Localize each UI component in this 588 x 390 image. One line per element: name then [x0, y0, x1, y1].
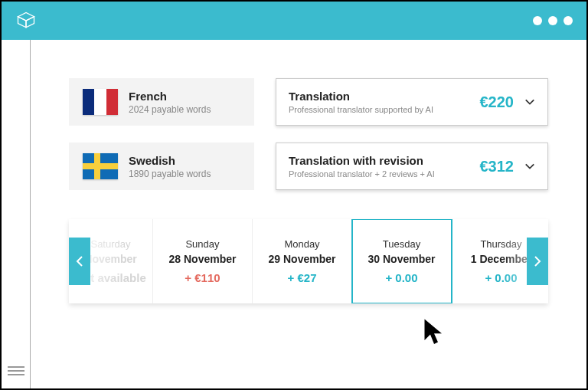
service-title: Translation [289, 90, 480, 103]
date-scroll: Saturday November Not available Sunday 2… [69, 219, 548, 303]
service-subtitle: Professional translator supported by AI [289, 105, 480, 114]
flag-sweden-icon [83, 153, 118, 179]
date-prev-button[interactable] [69, 238, 90, 285]
language-name: Swedish [129, 154, 211, 167]
date-price: + 0.00 [385, 271, 417, 284]
calendar-date: 29 November [269, 253, 336, 265]
date-next-button[interactable] [527, 238, 548, 285]
language-word-count: 2024 payable words [129, 104, 211, 115]
app-window: French 2024 payable words Translation Pr… [0, 0, 588, 390]
language-card-swedish[interactable]: Swedish 1890 payable words [69, 143, 254, 190]
day-of-week: Tuesday [383, 238, 420, 250]
date-price: + 0.00 [485, 271, 517, 284]
main-content: French 2024 payable words Translation Pr… [31, 40, 586, 388]
language-name: French [129, 90, 211, 103]
day-of-week: Sunday [185, 238, 219, 250]
delivery-date-picker: Saturday November Not available Sunday 2… [69, 219, 548, 303]
calendar-date: November [84, 253, 136, 265]
service-price: €220 [480, 93, 514, 111]
window-dot-icon[interactable] [533, 16, 542, 25]
language-card-french[interactable]: French 2024 payable words [69, 78, 254, 126]
service-title: Translation with revision [289, 154, 480, 167]
language-word-count: 1890 payable words [129, 169, 211, 179]
window-dot-icon[interactable] [548, 16, 557, 25]
language-row: Swedish 1890 payable words Translation w… [69, 143, 548, 190]
service-card-swedish[interactable]: Translation with revision Professional t… [276, 143, 548, 190]
mouse-cursor-icon [423, 317, 446, 343]
service-price: €312 [480, 158, 514, 175]
calendar-date: 28 November [169, 253, 237, 265]
chevron-down-icon[interactable] [524, 161, 535, 172]
flag-france-icon [83, 89, 118, 115]
day-of-week: Saturday [90, 238, 130, 250]
language-row: French 2024 payable words Translation Pr… [69, 78, 548, 126]
date-price: + €27 [288, 271, 317, 284]
scrollbar-track[interactable] [2, 40, 31, 388]
title-bar [2, 2, 586, 40]
day-of-week: Thursday [480, 238, 521, 250]
day-of-week: Monday [284, 238, 319, 250]
date-option[interactable]: Monday 29 November + €27 [253, 219, 352, 303]
date-price: + €110 [185, 271, 220, 284]
date-option[interactable]: Sunday 28 November + €110 [153, 219, 253, 303]
window-dot-icon[interactable] [564, 16, 573, 25]
scroll-handle-icon[interactable] [8, 364, 24, 382]
chevron-down-icon[interactable] [524, 97, 535, 107]
date-option-selected[interactable]: Tuesday 30 November + 0.00 [352, 219, 452, 303]
calendar-date: 30 November [368, 253, 436, 265]
window-controls [533, 16, 573, 25]
service-subtitle: Professional translator + 2 reviews + AI [289, 169, 480, 179]
service-card-french[interactable]: Translation Professional translator supp… [276, 78, 548, 126]
calendar-date: 1 December [471, 253, 531, 265]
app-logo-icon [15, 10, 37, 31]
